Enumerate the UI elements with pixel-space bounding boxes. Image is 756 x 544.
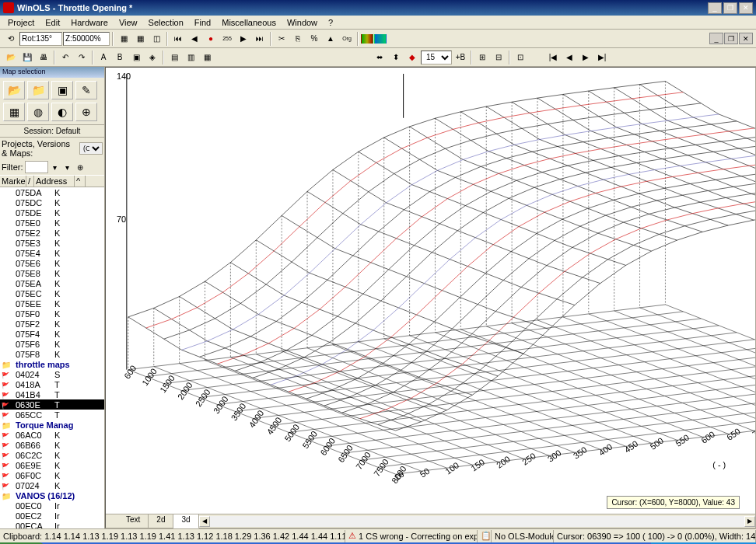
maplist-row[interactable]: 075E8K <box>0 268 104 278</box>
maplist-row[interactable]: 075F4K <box>0 329 104 339</box>
side-a-button[interactable]: ▦ <box>3 103 25 121</box>
tool-h-icon[interactable]: ⬌ <box>372 50 387 65</box>
tool-i-icon[interactable]: ⬍ <box>388 50 404 65</box>
tool-first-icon[interactable]: ⏮ <box>170 31 186 47</box>
maplist-row[interactable]: 00ECAIr <box>0 521 104 528</box>
horizontal-scrollbar[interactable]: ◀ ▶ <box>199 514 755 528</box>
status-imp-icon[interactable]: 📋 <box>478 530 492 542</box>
tool-undo-icon[interactable]: ↶ <box>58 50 73 65</box>
tab-3d[interactable]: 3d <box>173 514 198 528</box>
maplist-row[interactable]: 🚩07024K <box>0 480 104 490</box>
col-hat[interactable]: ^ <box>75 176 86 187</box>
maplist-row[interactable]: 075E6K <box>0 258 104 268</box>
tool-redo-icon[interactable]: ↷ <box>74 50 89 65</box>
menu-misc[interactable]: Miscellaneous <box>217 17 281 28</box>
tool-grid2-icon[interactable]: ▦ <box>132 31 148 47</box>
maplist-row[interactable]: 🚩06B66K <box>0 440 104 450</box>
menu-project[interactable]: Project <box>3 17 39 28</box>
chart-area[interactable]: 140 70 600100015002000250030003500400045… <box>105 67 756 528</box>
tool-n-icon[interactable]: ⊡ <box>513 50 528 65</box>
tool-nav-icon[interactable]: ⟲ <box>3 31 19 47</box>
tool-f-icon[interactable]: ▥ <box>183 50 198 65</box>
tool-rec-icon[interactable]: ● <box>203 31 219 47</box>
restore-button[interactable]: ❐ <box>723 2 737 14</box>
tool-a-icon[interactable]: A <box>96 50 111 65</box>
maplist-row[interactable]: 📁throttle maps <box>0 359 104 369</box>
menu-find[interactable]: Find <box>190 17 215 28</box>
tool-open-icon[interactable]: 📂 <box>3 50 19 65</box>
maplist-row[interactable]: 075E2K <box>0 228 104 238</box>
tool-view-icon[interactable]: ◫ <box>149 31 164 47</box>
minimize-button[interactable]: _ <box>708 2 722 14</box>
tool-grid-icon[interactable]: ▦ <box>116 31 131 47</box>
tool-b-icon[interactable]: B <box>112 50 128 65</box>
tool-255-icon[interactable]: 255 <box>219 31 235 47</box>
maplist-row[interactable]: 075F0K <box>0 309 104 319</box>
maplist-row[interactable]: 075EAK <box>0 278 104 288</box>
doc-minimize-button[interactable]: _ <box>709 33 723 44</box>
tool-print-icon[interactable]: 🖶 <box>36 50 51 65</box>
menu-help[interactable]: ? <box>324 17 338 28</box>
maplist-row[interactable]: 075F8K <box>0 349 104 359</box>
tool-color1-icon[interactable] <box>361 34 373 44</box>
side-c-button[interactable]: ◐ <box>51 103 73 121</box>
maplist-row[interactable]: 📁VANOS (16/12) <box>0 490 104 500</box>
side-open-button[interactable]: 📂 <box>3 81 25 99</box>
maplist-row[interactable]: 🚩06C2CK <box>0 450 104 460</box>
tool-pprev-icon[interactable]: ◀ <box>562 50 577 65</box>
doc-close-button[interactable]: ✕ <box>739 33 753 44</box>
tool-j-icon[interactable]: ◆ <box>404 50 420 65</box>
maplist-row[interactable]: 🚩0418AT <box>0 379 104 389</box>
maplist-row[interactable]: 📁Torque Manag <box>0 420 104 430</box>
tool-percent-icon[interactable]: % <box>306 31 322 47</box>
tool-c-icon[interactable]: ▣ <box>128 50 144 65</box>
maplist-row[interactable]: 🚩0630ET <box>0 399 104 410</box>
menu-view[interactable]: View <box>114 17 142 28</box>
maplist-row[interactable]: 075E4K <box>0 248 104 258</box>
tool-l-icon[interactable]: ⊞ <box>474 50 490 65</box>
menu-window[interactable]: Window <box>282 17 322 28</box>
tool-prev-icon[interactable]: ◀ <box>187 31 202 47</box>
tool-next-icon[interactable]: ▶ <box>236 31 251 47</box>
maplist-row[interactable]: 075E3K <box>0 238 104 248</box>
maplist-row[interactable]: 🚩06F0CK <box>0 470 104 480</box>
rotation-input[interactable] <box>19 32 62 46</box>
side-edit-button[interactable]: ✎ <box>75 81 97 99</box>
tool-k-icon[interactable]: +B <box>453 50 468 65</box>
maplist-row[interactable]: 🚩065CCT <box>0 410 104 420</box>
filter-input[interactable] <box>25 161 48 173</box>
maplist-row[interactable]: 075DCK <box>0 197 104 207</box>
tool-color2-icon[interactable] <box>374 34 387 44</box>
side-open2-button[interactable]: 📁 <box>27 81 49 99</box>
scroll-left-button[interactable]: ◀ <box>199 516 210 527</box>
maplist-row[interactable]: 🚩06AC0K <box>0 430 104 440</box>
tab-text[interactable]: Text <box>118 514 149 528</box>
tool-last-icon[interactable]: ⏭ <box>252 31 268 47</box>
tool-d-icon[interactable]: ◈ <box>145 50 160 65</box>
side-view-button[interactable]: ▣ <box>51 81 73 99</box>
tool-pfirst-icon[interactable]: |◀ <box>545 50 561 65</box>
maplist-row[interactable]: 🚩041B4T <box>0 389 104 399</box>
filter-btn2[interactable]: ▾ <box>62 162 73 173</box>
maplist-row[interactable]: 075F2K <box>0 319 104 329</box>
tool-delta-icon[interactable]: ▲ <box>323 31 338 47</box>
maplist-row[interactable]: 075EEK <box>0 298 104 309</box>
maplist-row[interactable]: 00EC0Ir <box>0 500 104 511</box>
filter-btn3[interactable]: ⊕ <box>75 162 86 173</box>
maplist-row[interactable]: 075DEK <box>0 207 104 218</box>
maplist[interactable]: 075DAK075DCK075DEK075E0K075E2K075E3K075E… <box>0 187 104 528</box>
tool-cut-icon[interactable]: ✂ <box>274 31 289 47</box>
maplist-row[interactable]: 075E0K <box>0 218 104 228</box>
zoom-input[interactable] <box>63 32 110 46</box>
col-marker[interactable]: Marker <box>0 176 26 187</box>
maplist-row[interactable]: 🚩06E9EK <box>0 460 104 470</box>
maplist-row[interactable]: 075ECK <box>0 288 104 298</box>
tool-pnext-icon[interactable]: ▶ <box>578 50 593 65</box>
tool-save-icon[interactable]: 💾 <box>19 50 35 65</box>
col-slash[interactable]: / <box>26 176 34 187</box>
tool-copy-icon[interactable]: ⎘ <box>290 31 306 47</box>
menu-hardware[interactable]: Hardware <box>66 17 113 28</box>
filter-btn1[interactable]: ▾ <box>50 162 61 173</box>
maplist-row[interactable]: 075F6K <box>0 339 104 349</box>
pvmaps-select[interactable]: (Ctrl <box>79 142 103 155</box>
